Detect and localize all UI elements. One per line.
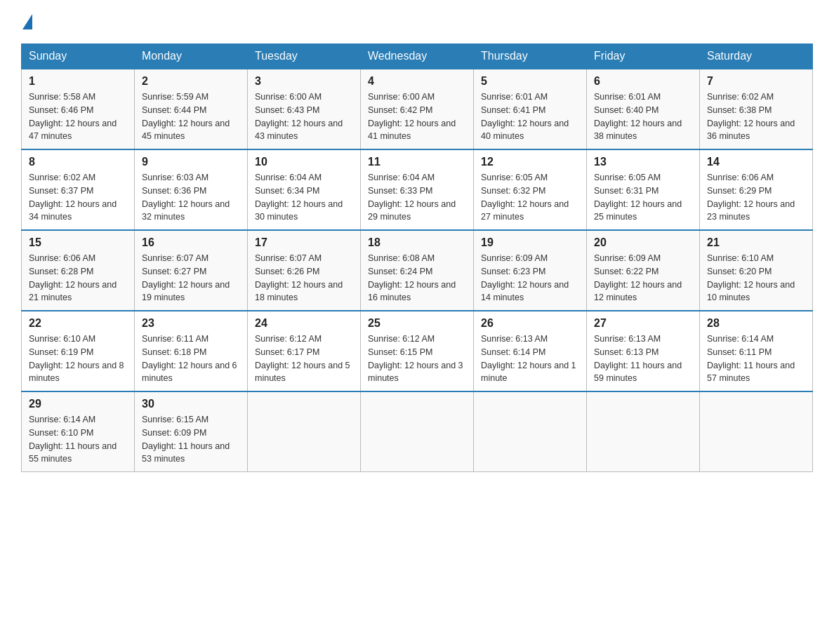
day-number: 26: [481, 317, 579, 330]
logo: [21, 14, 34, 29]
calendar-cell: 14Sunrise: 6:06 AMSunset: 6:29 PMDayligh…: [700, 149, 813, 230]
day-number: 19: [481, 236, 579, 249]
weekday-header-saturday: Saturday: [700, 44, 813, 69]
day-info: Sunrise: 6:03 AMSunset: 6:36 PMDaylight:…: [142, 171, 240, 224]
day-info: Sunrise: 6:14 AMSunset: 6:11 PMDaylight:…: [707, 333, 805, 385]
day-number: 1: [29, 75, 127, 88]
day-info: Sunrise: 6:06 AMSunset: 6:29 PMDaylight:…: [707, 171, 805, 224]
calendar-cell: 16Sunrise: 6:07 AMSunset: 6:27 PMDayligh…: [135, 230, 248, 311]
calendar-cell: 1Sunrise: 5:58 AMSunset: 6:46 PMDaylight…: [22, 69, 135, 149]
day-number: 30: [142, 398, 240, 410]
day-info: Sunrise: 6:12 AMSunset: 6:17 PMDaylight:…: [255, 333, 353, 385]
calendar-cell: 7Sunrise: 6:02 AMSunset: 6:38 PMDaylight…: [700, 69, 813, 149]
day-info: Sunrise: 6:09 AMSunset: 6:22 PMDaylight:…: [594, 252, 692, 304]
calendar-cell: 2Sunrise: 5:59 AMSunset: 6:44 PMDaylight…: [135, 69, 248, 149]
day-number: 2: [142, 75, 240, 88]
day-info: Sunrise: 6:07 AMSunset: 6:27 PMDaylight:…: [142, 252, 240, 304]
week-row-1: 1Sunrise: 5:58 AMSunset: 6:46 PMDaylight…: [22, 69, 813, 149]
day-info: Sunrise: 6:04 AMSunset: 6:33 PMDaylight:…: [368, 171, 466, 224]
day-number: 15: [29, 236, 127, 249]
calendar-cell: 15Sunrise: 6:06 AMSunset: 6:28 PMDayligh…: [22, 230, 135, 311]
weekday-header-monday: Monday: [135, 44, 248, 69]
day-number: 7: [707, 75, 805, 88]
day-info: Sunrise: 6:07 AMSunset: 6:26 PMDaylight:…: [255, 252, 353, 304]
day-number: 10: [255, 156, 353, 168]
calendar-cell: 6Sunrise: 6:01 AMSunset: 6:40 PMDaylight…: [587, 69, 700, 149]
calendar-cell: 17Sunrise: 6:07 AMSunset: 6:26 PMDayligh…: [248, 230, 361, 311]
day-info: Sunrise: 6:00 AMSunset: 6:42 PMDaylight:…: [368, 90, 466, 143]
day-info: Sunrise: 6:10 AMSunset: 6:19 PMDaylight:…: [29, 333, 127, 385]
calendar-cell: 8Sunrise: 6:02 AMSunset: 6:37 PMDaylight…: [22, 149, 135, 230]
calendar-cell: 27Sunrise: 6:13 AMSunset: 6:13 PMDayligh…: [587, 311, 700, 391]
calendar-cell: 20Sunrise: 6:09 AMSunset: 6:22 PMDayligh…: [587, 230, 700, 311]
weekday-header-tuesday: Tuesday: [248, 44, 361, 69]
day-number: 25: [368, 317, 466, 330]
weekday-header-sunday: Sunday: [22, 44, 135, 69]
day-info: Sunrise: 5:59 AMSunset: 6:44 PMDaylight:…: [142, 90, 240, 143]
calendar-table: SundayMondayTuesdayWednesdayThursdayFrid…: [21, 43, 813, 472]
calendar-cell: 19Sunrise: 6:09 AMSunset: 6:23 PMDayligh…: [474, 230, 587, 311]
day-number: 29: [29, 398, 127, 410]
day-info: Sunrise: 6:09 AMSunset: 6:23 PMDaylight:…: [481, 252, 579, 304]
logo-triangle-icon: [22, 14, 32, 29]
calendar-cell: [587, 391, 700, 472]
calendar-cell: 12Sunrise: 6:05 AMSunset: 6:32 PMDayligh…: [474, 149, 587, 230]
day-number: 8: [29, 156, 127, 168]
day-info: Sunrise: 6:01 AMSunset: 6:41 PMDaylight:…: [481, 90, 579, 143]
day-number: 28: [707, 317, 805, 330]
calendar-cell: 5Sunrise: 6:01 AMSunset: 6:41 PMDaylight…: [474, 69, 587, 149]
day-info: Sunrise: 6:02 AMSunset: 6:37 PMDaylight:…: [29, 171, 127, 224]
day-number: 17: [255, 236, 353, 249]
calendar-cell: 23Sunrise: 6:11 AMSunset: 6:18 PMDayligh…: [135, 311, 248, 391]
page-header: [21, 14, 813, 29]
weekday-header-friday: Friday: [587, 44, 700, 69]
weekday-header-wednesday: Wednesday: [361, 44, 474, 69]
day-info: Sunrise: 6:12 AMSunset: 6:15 PMDaylight:…: [368, 333, 466, 385]
weekday-header-thursday: Thursday: [474, 44, 587, 69]
day-info: Sunrise: 5:58 AMSunset: 6:46 PMDaylight:…: [29, 90, 127, 143]
day-number: 14: [707, 156, 805, 168]
calendar-cell: [248, 391, 361, 472]
calendar-cell: 9Sunrise: 6:03 AMSunset: 6:36 PMDaylight…: [135, 149, 248, 230]
calendar-cell: 30Sunrise: 6:15 AMSunset: 6:09 PMDayligh…: [135, 391, 248, 472]
calendar-cell: 3Sunrise: 6:00 AMSunset: 6:43 PMDaylight…: [248, 69, 361, 149]
calendar-cell: 28Sunrise: 6:14 AMSunset: 6:11 PMDayligh…: [700, 311, 813, 391]
day-info: Sunrise: 6:14 AMSunset: 6:10 PMDaylight:…: [29, 413, 127, 466]
week-row-5: 29Sunrise: 6:14 AMSunset: 6:10 PMDayligh…: [22, 391, 813, 472]
calendar-cell: 13Sunrise: 6:05 AMSunset: 6:31 PMDayligh…: [587, 149, 700, 230]
day-info: Sunrise: 6:06 AMSunset: 6:28 PMDaylight:…: [29, 252, 127, 304]
day-info: Sunrise: 6:15 AMSunset: 6:09 PMDaylight:…: [142, 413, 240, 466]
calendar-cell: 22Sunrise: 6:10 AMSunset: 6:19 PMDayligh…: [22, 311, 135, 391]
week-row-3: 15Sunrise: 6:06 AMSunset: 6:28 PMDayligh…: [22, 230, 813, 311]
day-number: 9: [142, 156, 240, 168]
day-number: 18: [368, 236, 466, 249]
day-number: 6: [594, 75, 692, 88]
day-number: 11: [368, 156, 466, 168]
calendar-cell: 26Sunrise: 6:13 AMSunset: 6:14 PMDayligh…: [474, 311, 587, 391]
calendar-cell: 4Sunrise: 6:00 AMSunset: 6:42 PMDaylight…: [361, 69, 474, 149]
day-info: Sunrise: 6:02 AMSunset: 6:38 PMDaylight:…: [707, 90, 805, 143]
week-row-4: 22Sunrise: 6:10 AMSunset: 6:19 PMDayligh…: [22, 311, 813, 391]
calendar-cell: 24Sunrise: 6:12 AMSunset: 6:17 PMDayligh…: [248, 311, 361, 391]
day-info: Sunrise: 6:10 AMSunset: 6:20 PMDaylight:…: [707, 252, 805, 304]
day-number: 12: [481, 156, 579, 168]
day-number: 22: [29, 317, 127, 330]
day-info: Sunrise: 6:00 AMSunset: 6:43 PMDaylight:…: [255, 90, 353, 143]
day-number: 27: [594, 317, 692, 330]
day-number: 16: [142, 236, 240, 249]
day-number: 4: [368, 75, 466, 88]
day-number: 5: [481, 75, 579, 88]
logo-text: [21, 14, 34, 29]
calendar-cell: 25Sunrise: 6:12 AMSunset: 6:15 PMDayligh…: [361, 311, 474, 391]
calendar-cell: 29Sunrise: 6:14 AMSunset: 6:10 PMDayligh…: [22, 391, 135, 472]
day-number: 13: [594, 156, 692, 168]
day-number: 23: [142, 317, 240, 330]
day-info: Sunrise: 6:13 AMSunset: 6:13 PMDaylight:…: [594, 333, 692, 385]
day-info: Sunrise: 6:13 AMSunset: 6:14 PMDaylight:…: [481, 333, 579, 385]
day-info: Sunrise: 6:05 AMSunset: 6:31 PMDaylight:…: [594, 171, 692, 224]
week-row-2: 8Sunrise: 6:02 AMSunset: 6:37 PMDaylight…: [22, 149, 813, 230]
day-info: Sunrise: 6:01 AMSunset: 6:40 PMDaylight:…: [594, 90, 692, 143]
day-info: Sunrise: 6:08 AMSunset: 6:24 PMDaylight:…: [368, 252, 466, 304]
calendar-cell: 21Sunrise: 6:10 AMSunset: 6:20 PMDayligh…: [700, 230, 813, 311]
day-number: 20: [594, 236, 692, 249]
